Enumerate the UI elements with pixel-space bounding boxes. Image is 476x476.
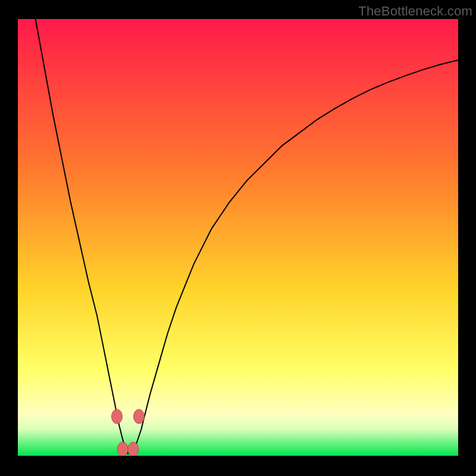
- gradient-background: [18, 19, 458, 456]
- svg-rect-0: [18, 19, 458, 456]
- plot-area: [18, 19, 458, 456]
- watermark-text: TheBottleneck.com: [358, 4, 472, 19]
- chart-frame: TheBottleneck.com: [0, 0, 476, 476]
